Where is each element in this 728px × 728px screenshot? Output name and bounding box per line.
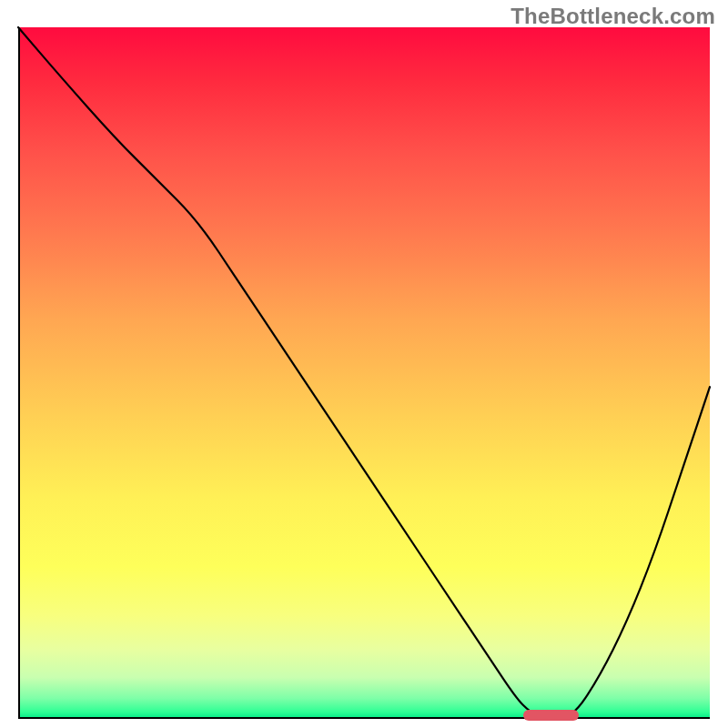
watermark-text: TheBottleneck.com	[511, 4, 715, 29]
optimal-marker	[523, 710, 579, 721]
plot-area	[18, 27, 710, 719]
bottleneck-curve	[18, 27, 710, 719]
